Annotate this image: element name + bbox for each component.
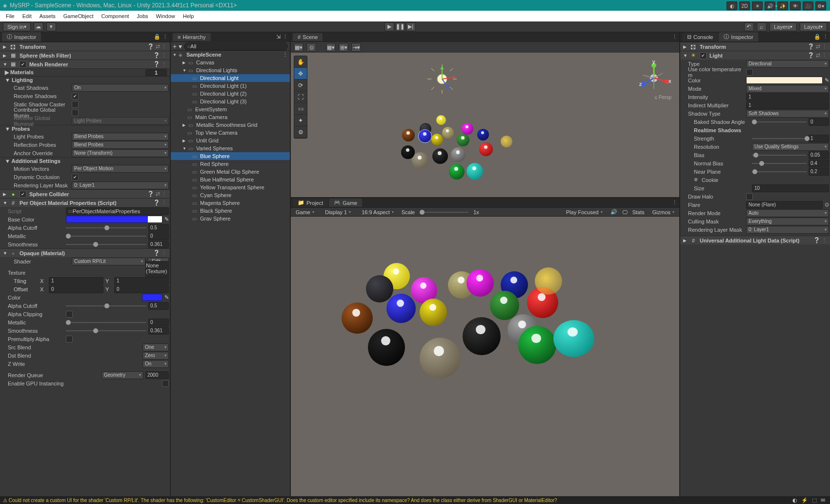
tiling-y[interactable]: 1 bbox=[114, 277, 169, 285]
r-urp[interactable]: ▶#Universal Additional Light Data (Scrip… bbox=[680, 236, 830, 244]
renderqueue-value[interactable]: 2000 bbox=[145, 371, 169, 379]
pivot-button[interactable]: ⊙ bbox=[306, 43, 316, 52]
menu-gameobject[interactable]: GameObject bbox=[60, 12, 98, 20]
additional-header[interactable]: ▼ Additional Settings bbox=[0, 157, 170, 164]
eyedropper-icon[interactable]: ✎ bbox=[164, 216, 169, 222]
receive-shadows-check[interactable]: ✔ bbox=[72, 93, 79, 100]
color-field[interactable] bbox=[142, 294, 162, 301]
shader-dropdown[interactable]: Custom RP/Lit bbox=[72, 258, 145, 265]
audio-icon[interactable]: 🔊 bbox=[610, 209, 617, 215]
component-transform[interactable]: ▶⛞Transform❔ ⇄ ⋮ bbox=[0, 42, 170, 51]
light-probes-dropdown[interactable]: Blend Probes bbox=[72, 133, 169, 141]
premul-check[interactable] bbox=[66, 336, 73, 343]
gizmo-dropdown[interactable]: ⚙▾ bbox=[815, 1, 826, 10]
tree-dirlight[interactable]: ▭Directional Light bbox=[171, 74, 290, 82]
near-value[interactable]: 0.2 bbox=[809, 168, 829, 176]
fx-icon[interactable]: ✨ bbox=[777, 1, 788, 10]
metallic-slider[interactable] bbox=[66, 232, 146, 240]
tree-dirlight2[interactable]: ▭Directional Light (2) bbox=[171, 90, 290, 98]
tab-project[interactable]: 📁 Project bbox=[293, 199, 328, 207]
tab-hierarchy[interactable]: ≡ Hierarchy bbox=[173, 33, 211, 41]
res-dropdown[interactable]: Use Quality Settings bbox=[752, 143, 829, 151]
footer-icon2[interactable]: ⚡ bbox=[801, 497, 808, 504]
tree-canvas[interactable]: ▶▭Canvas bbox=[171, 59, 290, 66]
game-context-icon[interactable]: ⋮ bbox=[672, 200, 677, 206]
game-target[interactable]: Game bbox=[293, 208, 317, 216]
step-button[interactable]: ▶| bbox=[406, 22, 416, 31]
stats-toggle[interactable]: Stats bbox=[632, 209, 645, 215]
orientation-gizmo[interactable]: x y z bbox=[636, 60, 671, 96]
tree-varied[interactable]: ▼▭Varied Spheres bbox=[171, 144, 290, 152]
cloud-icon[interactable]: ☁ bbox=[34, 22, 43, 31]
meshrenderer-enable[interactable]: ✔ bbox=[20, 61, 26, 68]
gizmos-dropdown[interactable]: Gizmos bbox=[649, 208, 677, 216]
intensity-field[interactable]: 1 bbox=[746, 93, 829, 101]
pause-button[interactable]: ❚❚ bbox=[395, 22, 405, 31]
offset-x[interactable]: 0 bbox=[49, 285, 103, 293]
tree-gravsphere[interactable]: ▭Grav Sphere bbox=[171, 215, 290, 222]
tree-greenmetal[interactable]: ▭Green Metal Clip Sphere bbox=[171, 168, 290, 176]
persp-label[interactable]: ≤ Persp bbox=[655, 95, 671, 100]
tree-maincamera[interactable]: ▭Main Camera bbox=[171, 113, 290, 121]
alphacutoff2-value[interactable]: 0.5 bbox=[148, 302, 169, 310]
menu-file[interactable]: File bbox=[2, 12, 19, 20]
tree-dirlights[interactable]: ▼▭Directional Lights bbox=[171, 66, 290, 74]
context-icon[interactable]: ⋮ bbox=[162, 34, 168, 40]
zwrite-dropdown[interactable]: On bbox=[142, 360, 169, 368]
flare-field[interactable]: None (Flare) bbox=[746, 201, 823, 209]
component-spherecollider[interactable]: ▶●✔Sphere Collider❔ ⇄ ⋮ bbox=[0, 189, 170, 198]
contrib-gi-check[interactable] bbox=[72, 109, 79, 116]
scale-tool[interactable]: ⛶ bbox=[294, 91, 307, 103]
menu-edit[interactable]: Edit bbox=[19, 12, 36, 20]
tree-cyansphere[interactable]: ▭Cyan Sphere bbox=[171, 191, 290, 199]
halo-check[interactable] bbox=[746, 193, 753, 200]
component-meshfilter[interactable]: ▶▦Sphere (Mesh Filter)❔ ⋮ bbox=[0, 51, 170, 60]
hand-tool[interactable]: ✋ bbox=[294, 56, 307, 68]
play-button[interactable]: ▶ bbox=[385, 22, 394, 31]
combo-tool[interactable]: ✦ bbox=[294, 115, 307, 126]
srcblend-dropdown[interactable]: One bbox=[142, 343, 169, 351]
scale-slider[interactable] bbox=[420, 208, 468, 216]
rendering-layer-dropdown[interactable]: 0: Layer1 bbox=[72, 181, 169, 189]
cull-dropdown[interactable]: Everything bbox=[746, 218, 829, 225]
nbias-value[interactable]: 0.4 bbox=[809, 160, 829, 167]
usetemp-check[interactable] bbox=[746, 69, 753, 76]
increment-button[interactable]: ⇥▾ bbox=[351, 43, 361, 52]
layers-dropdown[interactable]: Layers ▾ bbox=[769, 22, 797, 31]
renderqueue-dropdown[interactable]: Geometry bbox=[101, 371, 143, 379]
footer-icon3[interactable]: ⬚ bbox=[812, 497, 817, 504]
cam-settings-icon[interactable]: 🎥 bbox=[803, 1, 813, 10]
basecolor-field[interactable] bbox=[66, 216, 162, 223]
size-field[interactable]: 10 bbox=[752, 184, 829, 192]
anchor-override-dropdown[interactable]: None (Transform) bbox=[72, 149, 169, 157]
r-color-field[interactable] bbox=[746, 77, 823, 84]
nbias-slider[interactable] bbox=[752, 160, 807, 167]
menu-help[interactable]: Help bbox=[179, 12, 198, 20]
game-view[interactable] bbox=[291, 217, 679, 496]
drawmode-dropdown[interactable]: ▦▾ bbox=[294, 43, 304, 52]
light-enable[interactable]: ✔ bbox=[700, 52, 707, 59]
tree-topview[interactable]: ▭Top View Camera bbox=[171, 129, 290, 137]
footer-icon1[interactable]: ◐ bbox=[792, 497, 797, 504]
probes-header[interactable]: ▼ Probes bbox=[0, 125, 170, 132]
r-rlm-dropdown[interactable]: 0: Layer1 bbox=[746, 226, 829, 234]
tree-scene[interactable]: ▼◈SampleScene⋮ bbox=[171, 51, 290, 59]
search-icon[interactable]: ⌕ bbox=[757, 22, 767, 31]
tree-redsphere[interactable]: ▭Red Sphere bbox=[171, 160, 290, 168]
signin-button[interactable]: Sign in ▾ bbox=[3, 22, 31, 31]
smoothness2-value[interactable]: 0.361 bbox=[148, 327, 169, 335]
light-gizmo[interactable] bbox=[427, 64, 466, 103]
eyedropper2-icon[interactable]: ✎ bbox=[164, 294, 169, 301]
tree-eventsystem[interactable]: ▭EventSystem bbox=[171, 105, 290, 113]
tree-dirlight3[interactable]: ▭Directional Light (3) bbox=[171, 98, 290, 105]
type-dropdown[interactable]: Directional bbox=[746, 60, 829, 68]
grid-button[interactable]: ▦▾ bbox=[326, 43, 336, 52]
tab-scene[interactable]: # Scene bbox=[293, 33, 323, 41]
scene-context-icon[interactable]: ⋮ bbox=[672, 34, 677, 40]
mode-dropdown[interactable]: Mixed bbox=[746, 85, 829, 93]
menu-assets[interactable]: Assets bbox=[36, 12, 60, 20]
metallic2-value[interactable]: 0 bbox=[148, 319, 169, 326]
custom-tool[interactable]: ⚙ bbox=[294, 126, 307, 138]
smoothness-value[interactable]: 0.361 bbox=[148, 241, 169, 248]
material-header[interactable]: ▼●Opaque (Material)❔ ⋮ bbox=[0, 248, 170, 257]
